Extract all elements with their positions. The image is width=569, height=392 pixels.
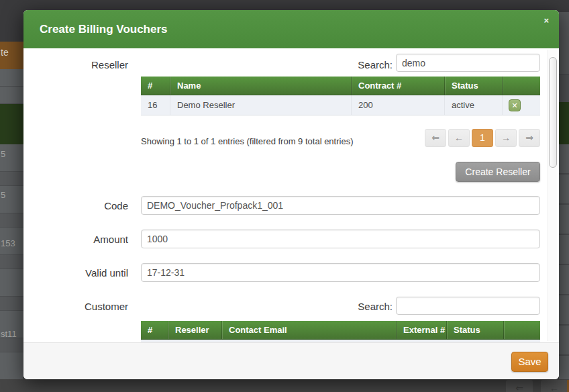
column-header-reseller[interactable]: Reseller	[168, 321, 221, 339]
cell-name: Demo Reseller	[170, 95, 351, 115]
dimmed-pagination-first: ⇐	[506, 380, 533, 392]
pagination-page-1-button[interactable]: 1	[472, 129, 493, 147]
dimmed-table-header-fragment-left	[0, 104, 23, 144]
showing-entries-text: Showing 1 to 1 of 1 entries (filtered fr…	[141, 136, 354, 146]
customer-label: Customer	[23, 301, 128, 312]
modal-body: Reseller Search: # Name Contract # Statu…	[23, 48, 559, 342]
pagination-first-button[interactable]: ⇐	[425, 129, 446, 147]
column-header-id[interactable]: #	[141, 77, 170, 95]
dimmed-bottom-strip: ⇐ ←	[0, 379, 569, 392]
dimmed-cell-text: 5	[1, 149, 5, 159]
dimmed-cell-text: 153	[1, 238, 15, 248]
reseller-search-input[interactable]	[396, 54, 540, 72]
modal-title: Create Billing Vouchers	[40, 10, 168, 48]
reseller-table-header: # Name Contract # Status	[141, 77, 540, 95]
column-header-external[interactable]: External #	[396, 321, 446, 339]
customer-search-input[interactable]	[396, 297, 540, 315]
column-header-status[interactable]: Status	[446, 321, 503, 339]
dimmed-pagination-prev: ←	[541, 380, 568, 392]
column-header-status[interactable]: Status	[444, 77, 502, 95]
modal-header: Create Billing Vouchers ×	[23, 10, 559, 48]
cell-actions: ✕	[502, 95, 540, 115]
code-label: Code	[23, 200, 128, 211]
dimmed-table-rows-fragment-right	[559, 144, 569, 379]
modal-scrollbar-track[interactable]	[548, 50, 557, 341]
column-header-name[interactable]: Name	[170, 77, 351, 95]
dimmed-table-header-fragment-right	[559, 102, 569, 144]
screen: te 5 5 153 st11 ⇐ ← Create Billing Vouch…	[0, 0, 569, 392]
code-input[interactable]	[141, 196, 540, 215]
column-header-actions	[503, 321, 540, 339]
column-header-contract[interactable]: Contract #	[351, 77, 444, 95]
column-header-actions	[502, 77, 540, 95]
selected-checkbox-icon[interactable]: ✕	[509, 99, 521, 111]
dimmed-toolbar-fragment-right	[559, 12, 569, 74]
dimmed-create-button-fragment: te	[0, 42, 23, 69]
reseller-table-row[interactable]: 16 Demo Reseller 200 active ✕	[141, 95, 540, 115]
modal-footer: Save	[23, 342, 559, 379]
close-icon[interactable]: ×	[544, 15, 549, 26]
pagination-prev-button[interactable]: ←	[448, 129, 470, 147]
amount-input[interactable]	[141, 230, 540, 248]
column-header-contact-email[interactable]: Contact Email	[221, 321, 396, 339]
cell-status: active	[444, 95, 502, 115]
cell-contract: 200	[351, 95, 444, 115]
reseller-table: # Name Contract # Status 16 Demo Reselle…	[141, 77, 540, 115]
dimmed-table-rows-fragment-left: 5 5 153 st11	[0, 144, 23, 379]
cell-id: 16	[141, 95, 170, 115]
dimmed-cell-text: st11	[1, 329, 17, 339]
create-reseller-button[interactable]: Create Reseller	[456, 162, 540, 182]
valid-until-label: Valid until	[23, 267, 128, 279]
save-button[interactable]: Save	[511, 352, 548, 372]
pagination-next-button[interactable]: →	[495, 129, 517, 147]
reseller-label: Reseller	[23, 59, 128, 70]
reseller-search-label: Search:	[358, 59, 393, 70]
reseller-pagination: ⇐ ← 1 → ⇒	[425, 129, 540, 147]
valid-until-input[interactable]	[141, 263, 540, 282]
create-billing-vouchers-modal: Create Billing Vouchers × Reseller Searc…	[23, 10, 559, 379]
pagination-last-button[interactable]: ⇒	[519, 129, 540, 147]
customer-search-label: Search:	[358, 301, 393, 312]
modal-scrollbar-thumb[interactable]	[549, 57, 557, 168]
dimmed-row-fragment-right	[559, 74, 569, 102]
customer-table: # Reseller Contact Email External # Stat…	[141, 321, 540, 342]
dimmed-cell-text: 5	[1, 190, 5, 200]
column-header-id[interactable]: #	[141, 321, 168, 339]
amount-label: Amount	[23, 234, 128, 245]
customer-table-header: # Reseller Contact Email External # Stat…	[141, 321, 540, 340]
dimmed-toolbar-fragment	[0, 69, 23, 104]
